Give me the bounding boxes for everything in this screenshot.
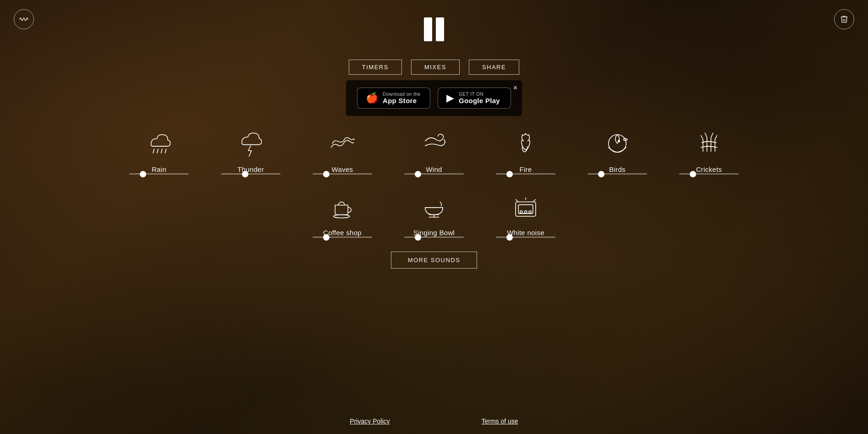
wind-label: Wind [426, 165, 442, 173]
svg-rect-12 [518, 205, 533, 214]
svg-point-6 [334, 215, 350, 218]
app-banner: × 🍎 Download on the App Store ▶ GET IT O… [346, 80, 522, 116]
rain-slider[interactable] [129, 173, 189, 175]
svg-line-14 [533, 199, 536, 202]
singing-bowl-icon-button[interactable] [416, 188, 452, 225]
white-noise-label: White noise [507, 229, 544, 236]
fire-label: Fire [519, 165, 532, 173]
sound-item-birds: Birds [571, 121, 663, 179]
sound-item-thunder: Thunder [205, 121, 297, 179]
thunder-label: Thunder [237, 165, 264, 173]
singing-bowl-slider[interactable] [404, 236, 464, 238]
sound-row-1: Rain Thunder [67, 121, 801, 179]
pause-button[interactable] [424, 17, 444, 41]
waveform-button[interactable] [14, 9, 34, 29]
rain-label: Rain [152, 165, 166, 173]
svg-line-3 [165, 149, 166, 153]
privacy-policy-link[interactable]: Privacy Policy [350, 418, 390, 425]
top-bar [0, 0, 868, 50]
crickets-icon-button[interactable] [691, 125, 727, 162]
svg-line-1 [157, 149, 159, 153]
svg-line-2 [161, 149, 162, 153]
waves-label: Waves [332, 165, 353, 173]
googleplay-sub-text: GET IT ON [459, 92, 500, 97]
sound-item-crickets: Crickets [663, 121, 755, 179]
svg-point-16 [520, 211, 522, 213]
waves-icon-button[interactable] [324, 125, 361, 162]
sound-item-white-noise: White noise [480, 184, 571, 242]
wind-icon-button[interactable] [416, 125, 452, 162]
wind-slider[interactable] [404, 173, 464, 175]
fire-icon-button[interactable] [507, 125, 544, 162]
timers-button[interactable]: TIMERS [349, 60, 402, 75]
svg-point-17 [524, 211, 527, 213]
coffee-shop-slider[interactable] [313, 236, 372, 238]
sound-item-singing-bowl: Singing Bowl [388, 184, 480, 242]
appstore-name-text: App Store [383, 97, 421, 104]
sound-item-wind: Wind [388, 121, 480, 179]
waves-slider[interactable] [313, 173, 372, 175]
appstore-button[interactable]: 🍎 Download on the App Store [357, 88, 430, 109]
thunder-icon-button[interactable] [232, 125, 269, 162]
apple-icon: 🍎 [366, 92, 378, 104]
white-noise-icon-button[interactable] [507, 188, 544, 225]
svg-point-18 [529, 211, 531, 213]
sound-item-rain: Rain [113, 121, 205, 179]
googleplay-button[interactable]: ▶ GET IT ON Google Play [438, 88, 511, 109]
svg-line-13 [516, 199, 518, 202]
crickets-slider[interactable] [679, 173, 739, 175]
coffee-shop-icon-button[interactable] [324, 188, 361, 225]
sound-row-2: Coffee shop Singing Bowl [67, 184, 801, 242]
crickets-label: Crickets [696, 165, 722, 173]
footer: Privacy Policy Terms of use [350, 418, 518, 425]
googleplay-icon: ▶ [446, 92, 454, 104]
mixes-button[interactable]: MIXES [411, 60, 460, 75]
birds-icon-button[interactable] [599, 125, 636, 162]
fire-slider[interactable] [496, 173, 555, 175]
thunder-slider[interactable] [221, 173, 280, 175]
share-button[interactable]: SHARE [469, 60, 519, 75]
birds-label: Birds [609, 165, 626, 173]
trash-button[interactable] [834, 9, 854, 29]
sound-item-fire: Fire [480, 121, 571, 179]
birds-slider[interactable] [588, 173, 647, 175]
rain-icon-button[interactable] [141, 125, 177, 162]
nav-buttons: TIMERS MIXES SHARE [349, 60, 519, 75]
close-banner-button[interactable]: × [513, 84, 517, 92]
sound-item-coffee-shop: Coffee shop [297, 184, 388, 242]
appstore-sub-text: Download on the [383, 92, 421, 97]
white-noise-slider[interactable] [496, 236, 555, 238]
svg-line-0 [153, 149, 154, 153]
googleplay-name-text: Google Play [459, 97, 500, 104]
svg-point-5 [618, 140, 620, 142]
sound-grid: Rain Thunder [0, 121, 868, 269]
terms-of-use-link[interactable]: Terms of use [482, 418, 518, 425]
sound-item-waves: Waves [297, 121, 388, 179]
more-sounds-button[interactable]: MORE SOUNDS [391, 252, 478, 269]
